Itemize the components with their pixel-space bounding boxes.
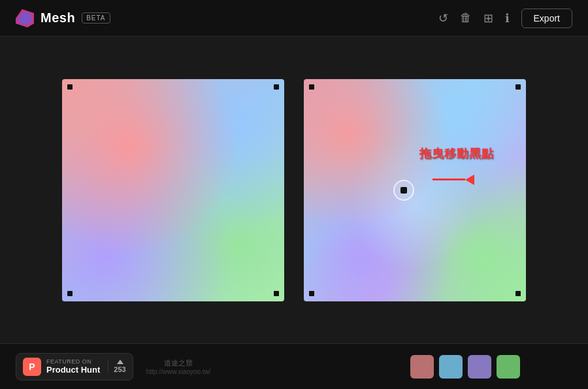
export-button[interactable]: Export — [521, 8, 572, 28]
product-hunt-text: FEATURED ON Product Hunt — [46, 358, 100, 375]
swatch-green[interactable] — [497, 355, 520, 379]
mesh-logo-icon — [16, 9, 34, 27]
ph-name-label: Product Hunt — [46, 365, 100, 375]
watermark-line2: http://www.xiaoyoo.tw/ — [146, 368, 211, 375]
app-title: Mesh — [41, 10, 75, 25]
annotation-arrow — [433, 175, 474, 185]
bottom-bar: P FEATURED ON Product Hunt 253 道途之窟 http… — [0, 343, 588, 389]
right-canvas-panel: 拖曳移動黑點 — [304, 79, 526, 301]
header: Mesh BETA ↺ 🗑 ⊞ ℹ Export — [0, 0, 588, 37]
trash-icon[interactable]: 🗑 — [460, 11, 472, 25]
swatch-pink[interactable] — [410, 355, 434, 379]
ph-featured-label: FEATURED ON — [46, 358, 100, 365]
swatch-purple[interactable] — [468, 355, 491, 379]
ph-vote-count: 253 — [114, 365, 125, 373]
corner-dot-tr[interactable] — [274, 84, 279, 90]
corner-dot-bl[interactable] — [67, 291, 73, 296]
product-hunt-icon: P — [23, 358, 41, 376]
refresh-icon[interactable]: ↺ — [438, 11, 448, 25]
product-hunt-badge[interactable]: P FEATURED ON Product Hunt 253 — [16, 353, 133, 381]
ph-votes: 253 — [108, 360, 125, 373]
arrow-line — [433, 178, 465, 180]
right-gradient — [304, 79, 526, 301]
watermark: 道途之窟 http://www.xiaoyoo.tw/ — [146, 358, 211, 375]
left-canvas-panel — [62, 79, 284, 301]
left-gradient — [62, 79, 284, 301]
info-icon[interactable]: ℹ — [505, 11, 510, 25]
corner-dot-tl-right[interactable] — [309, 84, 314, 90]
beta-badge: BETA — [82, 12, 110, 24]
grid-icon[interactable]: ⊞ — [483, 11, 493, 25]
control-point-dot — [400, 187, 407, 194]
arrow-head — [465, 175, 474, 185]
corner-dot-bl-right[interactable] — [309, 291, 314, 296]
corner-dot-br[interactable] — [274, 291, 279, 296]
corner-dot-tl[interactable] — [67, 84, 73, 90]
corner-dot-br-right[interactable] — [515, 291, 521, 296]
header-left: Mesh BETA — [16, 9, 110, 27]
watermark-line1: 道途之窟 — [164, 358, 193, 368]
center-control-point[interactable] — [393, 180, 414, 201]
color-swatches — [410, 355, 520, 379]
annotation-text: 拖曳移動黑點 — [419, 146, 494, 161]
main-content: 拖曳移動黑點 — [0, 37, 588, 343]
swatch-blue[interactable] — [439, 355, 463, 379]
header-right: ↺ 🗑 ⊞ ℹ Export — [438, 8, 572, 28]
corner-dot-tr-right[interactable] — [515, 84, 521, 90]
ph-triangle-icon — [117, 360, 123, 364]
